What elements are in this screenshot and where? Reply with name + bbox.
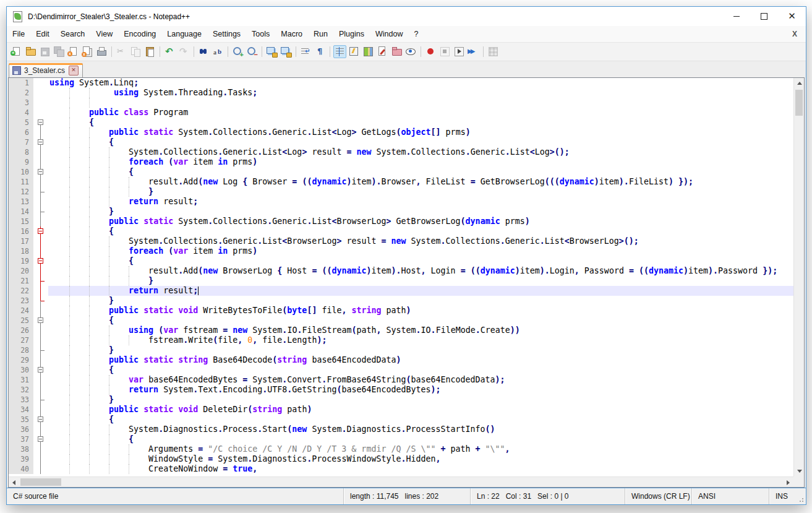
vertical-scrollbar[interactable] xyxy=(793,78,804,476)
minimize-button[interactable] xyxy=(722,7,750,26)
code-text[interactable]: public static System.Collections.Generic… xyxy=(48,127,793,137)
status-encoding[interactable]: ANSI xyxy=(691,488,769,504)
code-text[interactable]: fstream.Write(file, 0, file.Length); xyxy=(48,335,793,345)
code-text[interactable]: } xyxy=(48,395,793,405)
new-file-button[interactable] xyxy=(10,45,23,58)
fold-margin-cell[interactable] xyxy=(33,226,48,236)
save-file-button[interactable] xyxy=(38,45,51,58)
scroll-left-button[interactable] xyxy=(9,477,19,488)
code-text[interactable]: { xyxy=(48,256,793,266)
code-text[interactable]: public static string Base64Decode(string… xyxy=(48,355,793,365)
fold-margin-cell[interactable] xyxy=(33,256,48,266)
vertical-scrollbar-thumb[interactable] xyxy=(795,90,803,116)
menu-search[interactable]: Search xyxy=(55,27,91,41)
code-text[interactable]: } xyxy=(48,345,793,355)
open-file-button[interactable] xyxy=(24,45,37,58)
code-text[interactable]: } xyxy=(48,276,793,286)
fold-margin-cell[interactable] xyxy=(33,167,48,177)
code-text[interactable]: { xyxy=(48,365,793,375)
menu-settings[interactable]: Settings xyxy=(207,27,246,41)
menu-file[interactable]: File xyxy=(7,27,30,41)
show-indent-guide-button[interactable] xyxy=(333,45,346,58)
code-text[interactable]: using System.Linq; xyxy=(48,78,793,88)
tab-3-stealer-cs[interactable]: 3_Stealer.cs ✕ xyxy=(9,63,83,77)
print-button[interactable] xyxy=(95,45,108,58)
code-text[interactable]: CreateNoWindow = true, xyxy=(48,464,793,474)
code-text[interactable]: { xyxy=(48,415,793,425)
code-text[interactable]: } xyxy=(48,207,793,217)
code-text[interactable]: { xyxy=(48,434,793,444)
macro-stop-button[interactable] xyxy=(438,45,451,58)
undo-button[interactable] xyxy=(163,45,176,58)
macro-run-multiple-button[interactable] xyxy=(467,45,480,58)
code-text[interactable]: { xyxy=(48,167,793,177)
fold-collapse-icon[interactable] xyxy=(38,169,43,175)
code-text[interactable]: { xyxy=(48,316,793,325)
menu-encoding[interactable]: Encoding xyxy=(118,27,161,41)
code-text[interactable]: public class Program xyxy=(48,108,793,118)
scroll-up-button[interactable] xyxy=(794,78,805,88)
save-all-button[interactable] xyxy=(53,45,66,58)
document-map-button[interactable] xyxy=(362,45,375,58)
close-document-x-button[interactable]: X xyxy=(790,28,800,40)
menu-window[interactable]: Window xyxy=(370,27,408,41)
code-text[interactable]: { xyxy=(48,226,793,236)
menu-tools[interactable]: Tools xyxy=(246,27,275,41)
redo-button[interactable] xyxy=(177,45,190,58)
code-text[interactable]: System.Collections.Generic.List<BrowserL… xyxy=(48,236,793,246)
show-all-characters-button[interactable] xyxy=(314,45,327,58)
word-wrap-button[interactable] xyxy=(299,45,312,58)
paste-button[interactable] xyxy=(143,45,156,58)
zoom-out-button[interactable] xyxy=(246,45,259,58)
code-text[interactable]: { xyxy=(48,137,793,147)
horizontal-scrollbar[interactable] xyxy=(9,476,793,487)
code-text[interactable]: public static void DeleteDir(string path… xyxy=(48,405,793,415)
code-text[interactable]: return result; xyxy=(48,197,793,207)
fold-margin-cell[interactable] xyxy=(33,415,48,425)
code-text[interactable]: public static void WriteBytesToFile(byte… xyxy=(48,306,793,316)
code-text[interactable]: System.Diagnostics.Process.Start(new Sys… xyxy=(48,425,793,434)
code-text[interactable]: result.Add(new Log { Browser = ((dynamic… xyxy=(48,177,793,187)
close-all-button[interactable] xyxy=(81,45,94,58)
code-text[interactable]: System.Collections.Generic.List<Log> res… xyxy=(48,147,793,157)
fold-collapse-icon[interactable] xyxy=(38,228,43,234)
menu-language[interactable]: Language xyxy=(161,27,207,41)
fold-margin-cell[interactable] xyxy=(33,118,48,127)
code-text[interactable]: foreach (var item in prms) xyxy=(48,246,793,256)
menu-view[interactable]: View xyxy=(90,27,118,41)
copy-button[interactable] xyxy=(129,45,142,58)
fold-collapse-icon[interactable] xyxy=(38,367,43,373)
maximize-button[interactable] xyxy=(750,7,778,26)
title-bar[interactable]: D:\Dendimirror_Stealer\3_Stealer.cs - No… xyxy=(7,7,806,26)
folder-as-workspace-button[interactable] xyxy=(390,45,403,58)
close-file-button[interactable] xyxy=(67,45,80,58)
code-text[interactable]: { xyxy=(48,118,793,127)
function-list-button[interactable] xyxy=(376,45,389,58)
macro-play-button[interactable] xyxy=(453,45,466,58)
fold-margin-cell[interactable] xyxy=(33,316,48,325)
tab-close-icon[interactable]: ✕ xyxy=(69,66,79,75)
fold-margin-cell[interactable] xyxy=(33,365,48,375)
menu-run[interactable]: Run xyxy=(308,27,333,41)
code-text[interactable]: Arguments = "/C choice /C Y /N /D Y /T 3… xyxy=(48,444,793,454)
fold-collapse-icon[interactable] xyxy=(38,139,43,145)
find-button[interactable] xyxy=(197,45,210,58)
code-text[interactable]: result.Add(new BrowserLog { Host = ((dyn… xyxy=(48,266,793,276)
menu-edit[interactable]: Edit xyxy=(30,27,55,41)
scroll-right-button[interactable] xyxy=(783,477,793,488)
macro-save-button[interactable] xyxy=(487,45,500,58)
fold-margin-cell[interactable] xyxy=(33,137,48,147)
scroll-down-button[interactable] xyxy=(794,466,805,476)
cut-button[interactable] xyxy=(115,45,128,58)
horizontal-scrollbar-thumb[interactable] xyxy=(20,478,61,486)
code-text[interactable]: var base64EncodedBytes = System.Convert.… xyxy=(48,375,793,385)
fold-margin-cell[interactable] xyxy=(33,434,48,444)
sync-vertical-scrolling-button[interactable] xyxy=(265,45,278,58)
code-text[interactable] xyxy=(48,98,793,108)
code-text[interactable]: return System.Text.Encoding.UTF8.GetStri… xyxy=(48,385,793,395)
macro-record-button[interactable] xyxy=(424,45,437,58)
code-text[interactable]: public static System.Collections.Generic… xyxy=(48,217,793,226)
code-text[interactable]: using System.Threading.Tasks; xyxy=(48,88,793,98)
sync-horizontal-scrolling-button[interactable] xyxy=(280,45,293,58)
replace-button[interactable] xyxy=(212,45,224,58)
